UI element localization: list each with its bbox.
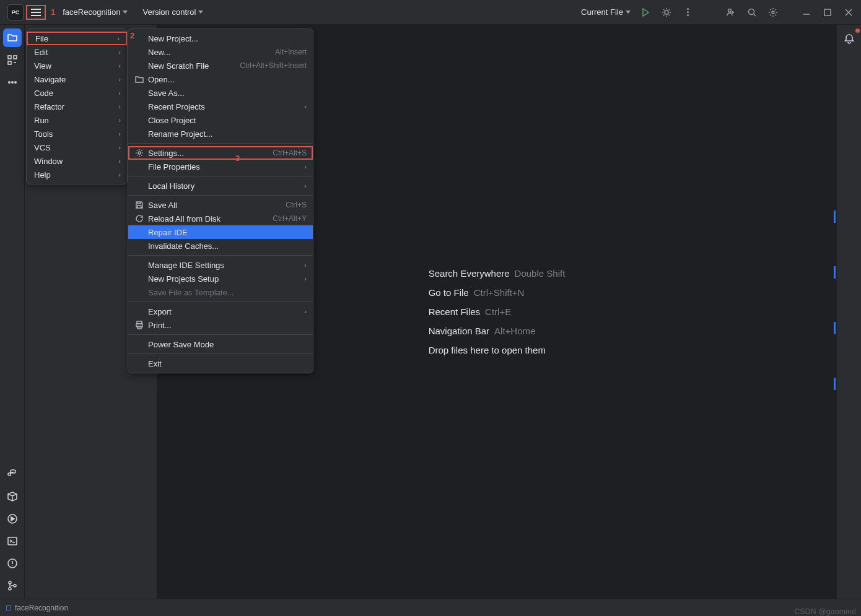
run-config-label: Current File — [581, 7, 623, 17]
menu-item-tools[interactable]: Tools› — [27, 127, 127, 141]
shortcut-label: Double Shift — [515, 268, 566, 279]
code-with-me-button[interactable] — [722, 4, 740, 21]
run-button[interactable] — [637, 4, 654, 21]
file-repair-ide[interactable]: Repair IDE — [128, 225, 313, 239]
python-console-button[interactable] — [3, 465, 22, 484]
print-icon — [134, 320, 144, 330]
svg-point-3 — [772, 11, 774, 14]
file-invalidate-caches[interactable]: Invalidate Caches... — [128, 239, 313, 253]
svg-point-16 — [14, 584, 16, 587]
menu-item-vcs[interactable]: VCS› — [27, 141, 127, 154]
separator — [128, 334, 313, 335]
chevron-down-icon — [123, 11, 128, 14]
menu-item-code[interactable]: Code› — [27, 86, 127, 100]
titlebar: PC 1 faceRecognition Version control Cur… — [0, 0, 861, 25]
shortcut-label: Alt+Insert — [275, 48, 307, 56]
search-button[interactable] — [743, 4, 761, 21]
file-close-project[interactable]: Close Project — [128, 113, 313, 127]
right-tool-rail — [836, 25, 861, 599]
svg-point-8 — [8, 82, 9, 83]
menu-item-help[interactable]: Help› — [27, 168, 127, 181]
file-recent-projects[interactable]: Recent Projects› — [128, 100, 313, 113]
menu-item-edit[interactable]: Edit› — [27, 45, 127, 59]
maximize-button[interactable] — [819, 4, 836, 21]
chevron-right-icon: › — [118, 48, 121, 56]
file-open[interactable]: Open... — [128, 72, 313, 86]
project-tool-button[interactable] — [3, 28, 22, 47]
chevron-right-icon: › — [304, 308, 307, 315]
chevron-right-icon: › — [304, 103, 307, 110]
more-actions-button[interactable] — [679, 4, 696, 21]
annotation-1: 1 — [51, 7, 55, 17]
separator — [128, 176, 313, 176]
menu-item-navigate[interactable]: Navigate› — [27, 72, 127, 86]
file-reload-from-disk[interactable]: Reload All from DiskCtrl+Alt+Y — [128, 212, 313, 225]
welcome-hints: Search EverywhereDouble Shift Go to File… — [429, 268, 566, 355]
problems-button[interactable] — [3, 554, 22, 573]
more-tools-button[interactable] — [3, 73, 22, 92]
version-control-label: Version control — [142, 7, 196, 17]
structure-tool-button[interactable] — [3, 51, 22, 69]
services-button[interactable] — [3, 510, 22, 528]
svg-point-15 — [9, 588, 11, 590]
notification-dot-icon — [855, 28, 860, 33]
svg-rect-20 — [138, 326, 141, 329]
file-settings[interactable]: Settings...Ctrl+Alt+S — [128, 146, 313, 160]
run-config-dropdown[interactable]: Current File — [579, 5, 633, 19]
chevron-right-icon: › — [118, 144, 121, 151]
separator — [128, 143, 313, 144]
menu-item-view[interactable]: View› — [27, 59, 127, 72]
chevron-right-icon: › — [304, 261, 307, 269]
python-packages-button[interactable] — [3, 487, 22, 506]
annotation-2: 2 — [130, 31, 134, 40]
separator — [128, 195, 313, 196]
svg-point-14 — [9, 581, 11, 584]
hint-search-everywhere: Search EverywhereDouble Shift — [429, 268, 566, 279]
separator — [128, 354, 313, 354]
svg-point-10 — [14, 82, 15, 83]
chevron-right-icon: › — [304, 182, 307, 189]
menu-item-file[interactable]: File› — [27, 32, 127, 45]
minimize-button[interactable] — [798, 4, 815, 21]
chevron-right-icon: › — [304, 275, 307, 282]
project-status-icon — [6, 605, 11, 610]
file-new-projects-setup[interactable]: New Projects Setup› — [128, 272, 313, 285]
file-save-all[interactable]: Save AllCtrl+S — [128, 198, 313, 212]
close-button[interactable] — [840, 4, 857, 21]
debug-button[interactable] — [658, 4, 675, 21]
version-control-dropdown[interactable]: Version control — [139, 5, 207, 19]
chevron-right-icon: › — [118, 171, 121, 178]
file-power-save-mode[interactable]: Power Save Mode — [128, 337, 313, 351]
menu-item-window[interactable]: Window› — [27, 154, 127, 168]
file-submenu: New Project... New...Alt+Insert New Scra… — [128, 28, 313, 373]
project-dropdown[interactable]: faceRecognition — [59, 5, 131, 19]
menu-item-run[interactable]: Run› — [27, 113, 127, 127]
svg-point-1 — [728, 9, 732, 12]
chevron-right-icon: › — [118, 116, 121, 124]
shortcut-label: Ctrl+Alt+S — [273, 149, 307, 157]
file-new[interactable]: New...Alt+Insert — [128, 45, 313, 59]
file-manage-ide-settings[interactable]: Manage IDE Settings› — [128, 258, 313, 272]
file-print[interactable]: Print... — [128, 318, 313, 332]
version-control-button[interactable] — [3, 576, 22, 595]
file-local-history[interactable]: Local History› — [128, 179, 313, 193]
app-icon: PC — [7, 4, 24, 20]
svg-rect-4 — [824, 9, 831, 15]
file-new-scratch[interactable]: New Scratch FileCtrl+Alt+Shift+Insert — [128, 59, 313, 72]
settings-button[interactable] — [764, 4, 782, 21]
menu-item-refactor[interactable]: Refactor› — [27, 100, 127, 113]
status-project[interactable]: faceRecognition — [6, 604, 68, 612]
terminal-button[interactable] — [3, 532, 22, 550]
file-properties[interactable]: File Properties› — [128, 160, 313, 173]
shortcut-label: Ctrl+S — [286, 201, 307, 209]
file-save-as[interactable]: Save As... — [128, 86, 313, 100]
file-rename-project[interactable]: Rename Project... — [128, 127, 313, 141]
main-menu-button[interactable] — [26, 5, 46, 20]
hint-navigation-bar: Navigation BarAlt+Home — [429, 326, 566, 336]
shortcut-label: Ctrl+E — [485, 306, 511, 317]
file-new-project[interactable]: New Project... — [128, 32, 313, 45]
file-export[interactable]: Export› — [128, 305, 313, 318]
notifications-button[interactable] — [840, 30, 859, 48]
file-exit[interactable]: Exit — [128, 357, 313, 370]
shortcut-label: Ctrl+Alt+Shift+Insert — [240, 61, 307, 70]
